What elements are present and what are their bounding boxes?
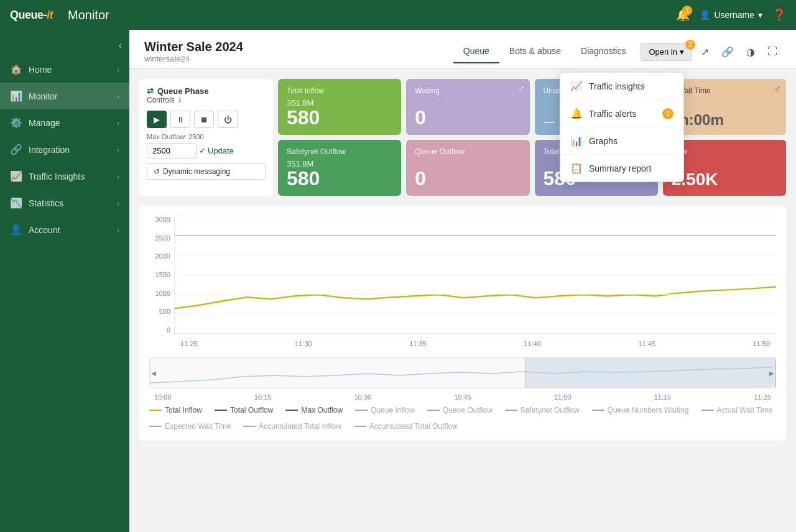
legend-line <box>243 426 256 427</box>
sidebar-item-monitor[interactable]: 📊 Monitor › <box>0 83 129 109</box>
sidebar-item-account[interactable]: 👤 Account › <box>0 216 129 243</box>
info-icon: ℹ <box>178 96 182 104</box>
metric-cards-container: Total Inflow 351.8M 580 Waiting ⤢ 0 Unus… <box>278 79 786 196</box>
metric-safetynet-outflow: Safetynet Outflow 351.8M 580 <box>278 140 401 196</box>
fullscreen-button[interactable]: ⛶ <box>764 42 781 61</box>
dropdown-label: Summary report <box>589 163 651 173</box>
outflow-input[interactable] <box>147 143 197 158</box>
expand-icon[interactable]: ⤢ <box>518 84 525 93</box>
x-label: 11:50 <box>752 340 770 352</box>
sidebar-item-home[interactable]: 🏠 Home › <box>0 56 129 83</box>
sidebar-item-statistics[interactable]: 📉 Statistics › <box>0 190 129 216</box>
metric-row-2: Safetynet Outflow 351.8M 580 Queue Outfl… <box>278 140 786 196</box>
open-in-label: Open in <box>649 47 677 57</box>
sidebar-item-manage[interactable]: ⚙️ Manage › <box>0 109 129 136</box>
play-button[interactable]: ▶ <box>147 111 167 128</box>
help-button[interactable]: ❓ <box>772 8 786 22</box>
open-in-button[interactable]: Open in ▾ 2 <box>641 43 692 61</box>
metric-label: Total Inflow <box>287 86 392 95</box>
username-label: Username <box>714 10 754 20</box>
statistics-icon: 📉 <box>10 197 22 209</box>
dropdown-label: Graphs <box>589 136 618 146</box>
queue-name: Winter Sale 2024 <box>144 40 243 54</box>
tab-diagnostics[interactable]: Diagnostics <box>571 40 636 63</box>
navigator-selection[interactable] <box>525 358 775 388</box>
dynamic-messaging-button[interactable]: ↺ Dynamic messaging <box>147 163 266 180</box>
grid-line <box>175 294 776 295</box>
x-label: 11:25 <box>180 340 198 352</box>
chart-plot <box>174 216 776 334</box>
tab-bots-abuse[interactable]: Bots & abuse <box>499 40 571 63</box>
update-button[interactable]: ✓ Update <box>199 143 234 158</box>
metric-label: tflow <box>672 147 777 156</box>
legend-item-queue-inflow: Queue Inflow <box>355 406 415 415</box>
nav-x-label: 10:15 <box>254 393 272 401</box>
chart-canvas: 3000 2500 2000 1500 1000 500 0 <box>149 216 776 352</box>
y-label: 500 <box>159 308 170 315</box>
legend-label: Queue Numbers Waiting <box>608 406 689 415</box>
y-label: 0 <box>167 326 170 334</box>
stop-button[interactable]: ⏹ <box>194 111 214 128</box>
metric-value: 0h:00m <box>672 112 777 127</box>
legend-label: Accumulated Total Outflow <box>369 422 458 431</box>
power-button[interactable]: ⏻ <box>218 111 238 128</box>
legend-label: Safetynet Outflow <box>521 406 580 415</box>
header-actions: Queue Bots & abuse Diagnostics Open in ▾… <box>453 40 781 63</box>
navigator-right-arrow[interactable]: ▶ <box>769 370 774 377</box>
nav-x-label: 10:30 <box>354 393 371 401</box>
header-tabs: Queue Bots & abuse Diagnostics <box>453 40 636 63</box>
notifications-button[interactable]: 🔔 1 <box>676 8 690 22</box>
dropdown-item-graphs[interactable]: 📊 Graphs <box>560 127 683 155</box>
queue-id: wintersale24 <box>144 54 243 63</box>
link-button[interactable]: 🔗 <box>718 42 738 62</box>
chart-navigator[interactable]: ◀ ▶ <box>149 357 776 388</box>
open-in-badge: 2 <box>685 40 695 50</box>
legend-item-actual-wait-time: Actual Wait Time <box>701 406 773 415</box>
sidebar-item-label: Monitor <box>29 91 58 101</box>
dropdown-item-summary-report[interactable]: 📋 Summary report <box>560 155 683 181</box>
pause-button[interactable]: ⏸ <box>170 111 190 128</box>
legend-item-accumulated-total-outflow: Accumulated Total Outflow <box>354 422 458 431</box>
dropdown-item-traffic-alerts[interactable]: 🔔 Traffic alerts 2 <box>560 100 683 127</box>
home-icon: 🏠 <box>10 63 22 75</box>
grid-line <box>175 313 776 314</box>
top-navigation: Queue-it Monitor 🔔 1 👤 Username ▾ ❓ <box>0 0 796 30</box>
x-label: 11:35 <box>409 340 427 352</box>
navigator-left-arrow[interactable]: ◀ <box>151 370 156 377</box>
chevron-right-icon: › <box>117 200 119 207</box>
dropdown-label: Traffic insights <box>589 81 644 91</box>
legend-item-queue-outflow: Queue Outflow <box>427 406 493 415</box>
external-link-button[interactable]: ↗ <box>697 42 713 62</box>
nav-x-label: 11:25 <box>754 393 771 401</box>
legend-label: Expected Wait Time <box>165 422 231 431</box>
controls-header: Controls ℹ <box>147 96 266 104</box>
metric-label: Queue Outflow <box>415 147 521 156</box>
sidebar-item-traffic-insights[interactable]: 📈 Traffic Insights › <box>0 163 129 190</box>
chevron-down-icon: › <box>117 93 119 100</box>
sidebar-item-integration[interactable]: 🔗 Integration › <box>0 136 129 163</box>
nav-x-label: 10:00 <box>154 393 172 401</box>
metric-label: Waiting <box>415 86 521 95</box>
main-content: Winter Sale 2024 wintersale24 Queue Bots… <box>129 30 796 532</box>
expand-icon[interactable]: ⤢ <box>774 84 781 93</box>
legend-label: Queue Inflow <box>371 406 415 415</box>
integration-icon: 🔗 <box>10 144 22 155</box>
dropdown-label: Traffic alerts <box>589 109 636 119</box>
y-label: 1000 <box>155 290 170 297</box>
theme-toggle-button[interactable]: ◑ <box>743 42 759 62</box>
sidebar-collapse-button[interactable]: ‹ <box>111 35 129 56</box>
legend-line <box>355 410 368 411</box>
report-icon: 📋 <box>570 162 583 174</box>
logo: Queue-it <box>10 9 53 22</box>
y-label: 1500 <box>155 271 170 278</box>
y-label: 2500 <box>155 234 170 242</box>
grid-line <box>175 216 776 216</box>
alerts-badge: 2 <box>662 108 673 119</box>
dropdown-item-traffic-insights[interactable]: 📈 Traffic insights <box>560 73 683 100</box>
tab-queue[interactable]: Queue <box>453 40 499 63</box>
sidebar-item-label: Account <box>29 225 60 235</box>
user-menu-button[interactable]: 👤 Username ▾ <box>700 10 762 20</box>
control-buttons: ▶ ⏸ ⏹ ⏻ <box>147 111 266 128</box>
y-label: 2000 <box>155 252 170 260</box>
legend-item-expected-wait-time: Expected Wait Time <box>149 422 231 431</box>
